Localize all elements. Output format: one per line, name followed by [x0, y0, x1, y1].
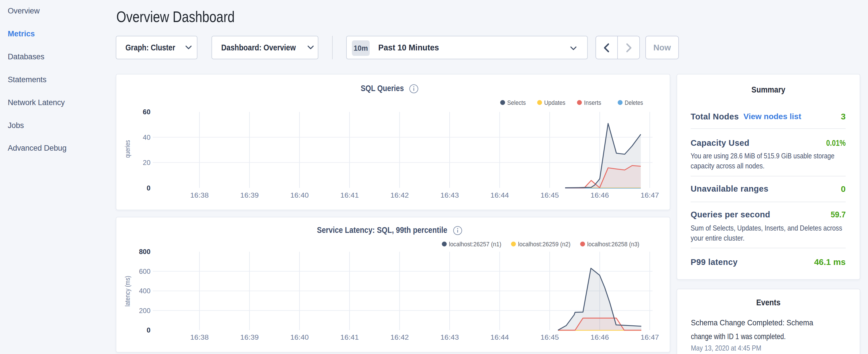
svg-text:16:41: 16:41	[340, 333, 359, 341]
svg-text:16:38: 16:38	[190, 333, 209, 341]
svg-text:localhost:26259 (n2): localhost:26259 (n2)	[518, 240, 570, 248]
svg-text:16:47: 16:47	[641, 191, 659, 199]
svg-text:SQL Queries: SQL Queries	[361, 83, 404, 93]
svg-text:Deletes: Deletes	[625, 99, 643, 106]
svg-text:16:44: 16:44	[490, 191, 509, 199]
svg-text:0: 0	[147, 184, 150, 192]
svg-text:16:39: 16:39	[240, 191, 259, 199]
svg-text:0: 0	[147, 326, 150, 334]
svg-text:16:47: 16:47	[641, 333, 659, 341]
svg-text:16:44: 16:44	[490, 333, 509, 341]
svg-text:20: 20	[143, 159, 150, 166]
svg-text:Inserts: Inserts	[584, 99, 601, 106]
svg-text:16:38: 16:38	[190, 191, 209, 199]
svg-text:16:39: 16:39	[240, 333, 259, 341]
svg-text:16:45: 16:45	[540, 191, 559, 199]
svg-text:16:40: 16:40	[290, 191, 309, 199]
svg-text:400: 400	[139, 287, 150, 295]
svg-text:40: 40	[143, 133, 150, 141]
svg-text:queries: queries	[124, 140, 131, 158]
svg-text:localhost:26258 (n3): localhost:26258 (n3)	[587, 240, 639, 248]
svg-text:16:46: 16:46	[591, 191, 609, 199]
svg-text:800: 800	[139, 248, 150, 255]
svg-text:16:46: 16:46	[591, 333, 609, 341]
svg-text:16:42: 16:42	[390, 333, 409, 341]
svg-text:Service Latency: SQL, 99th per: Service Latency: SQL, 99th percentile	[317, 225, 447, 234]
svg-text:16:40: 16:40	[290, 333, 309, 341]
svg-text:Selects: Selects	[507, 99, 526, 106]
svg-text:60: 60	[143, 108, 150, 116]
svg-text:16:41: 16:41	[340, 191, 359, 199]
svg-text:Updates: Updates	[544, 99, 565, 106]
svg-text:localhost:26257 (n1): localhost:26257 (n1)	[449, 240, 501, 248]
svg-text:200: 200	[139, 307, 150, 315]
svg-text:16:45: 16:45	[540, 333, 559, 341]
svg-text:16:43: 16:43	[440, 333, 459, 341]
svg-text:16:43: 16:43	[440, 191, 459, 199]
svg-text:600: 600	[139, 267, 150, 275]
svg-text:latency (ms): latency (ms)	[124, 276, 131, 307]
svg-text:16:42: 16:42	[390, 191, 409, 199]
